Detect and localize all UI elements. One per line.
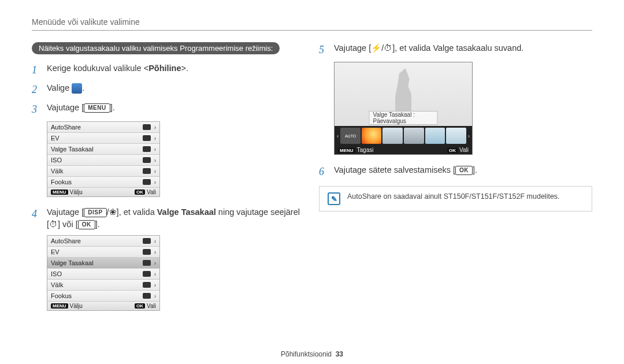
wb-thumb-strip: ‹ AUTO › [335, 126, 472, 146]
chevron-right-icon: › [154, 179, 156, 185]
wb-thumb[interactable] [425, 128, 445, 144]
chevron-right-icon[interactable]: › [467, 133, 471, 139]
menu-row[interactable]: EV› [47, 133, 159, 144]
step-4: 4 Vajutage [DISP/❀], et valida Valge Tas… [32, 206, 305, 231]
menu-row[interactable]: Välk› [47, 280, 159, 291]
white-balance-preview: Valge Tasakaal : Päevavalgus ‹ AUTO › ME… [334, 62, 473, 155]
step-3: 3 Vajutage [MENU]. [32, 102, 305, 117]
foot-left-label: Välju [70, 303, 83, 309]
content-columns: Näiteks valgustasakaalu valiku valimisek… [32, 42, 592, 320]
menu-row[interactable]: AutoShare› [47, 122, 159, 133]
text: Vajutage sätete salvestamiseks [ [334, 165, 455, 174]
menu-panel-1: AutoShare› EV› Valge Tasakaal› ISO› Välk… [47, 121, 160, 197]
value-icon [143, 179, 151, 185]
left-column: Näiteks valgustasakaalu valiku valimisek… [32, 42, 305, 320]
foot-left-label: Tagasi [357, 147, 374, 153]
menu-label: Välk [51, 168, 63, 174]
macro-icon: ❀ [109, 207, 117, 217]
menu-label: Välk [51, 281, 63, 288]
note-text: AutoShare on saadaval ainult ST150F/ST15… [347, 192, 560, 205]
wb-thumb[interactable] [446, 128, 466, 144]
preview-footer: MENUTagasi OKVali [335, 146, 472, 154]
menu-chip-icon: MENU [338, 148, 355, 153]
wb-thumb-auto[interactable]: AUTO [340, 128, 361, 144]
menu-label: Fookus [51, 292, 72, 299]
text: . [82, 83, 84, 92]
step-body: Valige . [47, 82, 84, 94]
menu-row[interactable]: EV› [47, 247, 159, 258]
step-6: 6 Vajutage sätete salvestamiseks [OK]. [319, 164, 592, 179]
ok-button-chip: OK [455, 166, 473, 175]
menu-row[interactable]: Fookus› [47, 291, 159, 302]
wb-thumb[interactable] [382, 128, 403, 144]
page-header: Menüüde või valikute valimine [32, 17, 592, 27]
foot-left: MENUVälju [51, 189, 83, 195]
ok-button-chip: OK [78, 220, 95, 229]
wb-thumb[interactable] [404, 128, 424, 144]
preview-image-area: Valge Tasakaal : Päevavalgus [335, 62, 472, 126]
chevron-right-icon: › [154, 157, 156, 164]
menu-row[interactable]: ISO› [47, 155, 159, 166]
foot-right-label: Vali [147, 189, 156, 195]
ok-chip-icon: OK [135, 303, 145, 309]
menu-row[interactable]: AutoShare› [47, 236, 159, 247]
menu-row[interactable]: ISO› [47, 269, 159, 280]
menu-row[interactable]: Välk› [47, 166, 159, 177]
step-5: 5 Vajutage [⚡/⏱], et valida Valge tasaka… [319, 42, 592, 57]
page-number: 33 [336, 350, 343, 358]
step-number: 6 [319, 164, 328, 179]
foot-right-label: Vali [459, 147, 469, 153]
text: ]. [95, 220, 100, 229]
chevron-right-icon: › [154, 238, 156, 244]
menu-label: AutoShare [51, 124, 81, 131]
bold: Põhiline [148, 64, 181, 73]
value-icon [143, 146, 151, 152]
menu-label: Fookus [51, 179, 72, 185]
text: ], et valida [117, 207, 157, 217]
step-2: 2 Valige . [32, 82, 305, 97]
menu-row-selected[interactable]: Valge Tasakaal› [47, 258, 159, 269]
menu-label: Valge Tasakaal [51, 259, 94, 266]
menu-label: Valge Tasakaal [51, 146, 94, 153]
right-column: 5 Vajutage [⚡/⏱], et valida Valge tasaka… [319, 42, 592, 320]
menu-row[interactable]: Fookus› [47, 177, 159, 188]
step-number: 1 [32, 62, 41, 77]
row-right: › [143, 124, 156, 131]
chevron-right-icon: › [154, 124, 156, 131]
text: Vajutage [ [334, 43, 371, 53]
step-body: Vajutage sätete salvestamiseks [OK]. [334, 164, 477, 176]
step-1: 1 Kerige kodukuval valikule <Põhiline>. [32, 62, 305, 77]
foot-left: MENUTagasi [338, 147, 373, 153]
preview-caption: Valge Tasakaal : Päevavalgus [369, 111, 438, 125]
foot-right-label: Vali [147, 303, 156, 309]
text: Kerige kodukuval valikule < [47, 64, 148, 73]
menu-panel-2: AutoShare› EV› Valge Tasakaal› ISO› Välk… [47, 235, 160, 311]
chevron-right-icon: › [154, 260, 156, 266]
disp-button-chip: DISP [84, 208, 106, 217]
text: >. [181, 64, 189, 73]
chevron-left-icon[interactable]: ‹ [336, 133, 340, 139]
value-icon [143, 238, 151, 244]
value-icon [143, 124, 151, 130]
info-icon: ✎ [328, 192, 340, 205]
step-number: 2 [32, 82, 41, 97]
text: ning vajutage seejärel [216, 207, 300, 217]
chevron-right-icon: › [154, 271, 156, 277]
menu-label: AutoShare [51, 237, 81, 244]
foot-left-label: Välju [70, 189, 83, 195]
menu-label: ISO [51, 157, 62, 164]
wb-thumb-daylight[interactable] [362, 128, 382, 144]
timer-icon: ⏱ [49, 220, 58, 229]
value-icon [143, 271, 151, 277]
timer-icon: ⏱ [384, 43, 392, 53]
foot-right: OKVali [135, 189, 156, 195]
chevron-right-icon: › [154, 282, 156, 288]
value-icon [143, 249, 151, 255]
text: Valige [47, 83, 72, 92]
value-icon [143, 135, 151, 141]
text: ], et valida Valge tasakaalu suvand. [392, 43, 523, 53]
value-icon [143, 157, 151, 163]
menu-row[interactable]: Valge Tasakaal› [47, 144, 159, 155]
text: ] või [ [58, 220, 78, 229]
chevron-right-icon: › [154, 135, 156, 142]
